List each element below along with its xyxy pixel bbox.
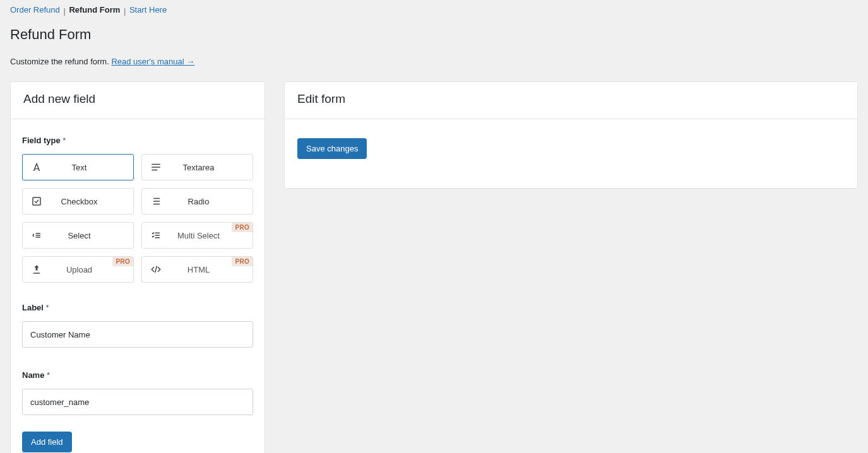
- pro-badge: PRO: [112, 257, 133, 266]
- field-type-upload[interactable]: Upload PRO: [22, 256, 134, 283]
- manual-link[interactable]: Read user's manual →: [111, 57, 194, 66]
- field-type-text[interactable]: Text: [22, 154, 134, 180]
- field-type-text-label: Text: [51, 163, 133, 172]
- breadcrumb-separator-1: |: [63, 6, 65, 15]
- breadcrumb-refund-form: Refund Form: [69, 5, 120, 15]
- breadcrumb: Order Refund | Refund Form | Start Here: [10, 5, 858, 15]
- subtitle: Customize the refund form. Read user's m…: [10, 57, 858, 66]
- field-type-textarea-label: Textarea: [170, 163, 253, 172]
- field-type-radio-label: Radio: [170, 197, 253, 206]
- add-field-heading: Add new field: [11, 82, 265, 119]
- name-input[interactable]: [22, 389, 253, 415]
- checkbox-icon: [23, 196, 51, 207]
- select-icon: [23, 230, 51, 241]
- edit-form-panel: Edit form Save changes: [284, 81, 858, 189]
- field-type-checkbox[interactable]: Checkbox: [22, 188, 134, 215]
- page-title: Refund Form: [10, 26, 858, 43]
- name-field-label: Name *: [22, 370, 253, 380]
- textarea-icon: [142, 162, 170, 173]
- label-input[interactable]: [22, 321, 253, 348]
- edit-form-heading: Edit form: [285, 82, 857, 119]
- field-type-label: Field type *: [22, 136, 253, 145]
- save-changes-button[interactable]: Save changes: [297, 138, 367, 159]
- text-icon: [23, 162, 51, 173]
- breadcrumb-start-here[interactable]: Start Here: [129, 5, 167, 15]
- subtitle-text: Customize the refund form.: [10, 57, 111, 66]
- field-type-grid: Text Textarea Checkbox: [22, 154, 253, 283]
- breadcrumb-order-refund[interactable]: Order Refund: [10, 5, 60, 15]
- field-type-radio[interactable]: Radio: [141, 188, 253, 215]
- radio-icon: [142, 196, 170, 207]
- multiselect-icon: [142, 230, 170, 241]
- svg-rect-0: [33, 197, 40, 205]
- field-type-select[interactable]: Select: [22, 222, 134, 249]
- pro-badge: PRO: [232, 223, 253, 232]
- field-type-html[interactable]: HTML PRO: [141, 256, 253, 283]
- pro-badge: PRO: [232, 257, 253, 266]
- upload-icon: [23, 264, 51, 275]
- field-type-textarea[interactable]: Textarea: [141, 154, 253, 180]
- field-type-multiselect[interactable]: Multi Select PRO: [141, 222, 253, 249]
- field-type-select-label: Select: [51, 231, 133, 240]
- add-field-button[interactable]: Add field: [22, 432, 72, 452]
- field-type-checkbox-label: Checkbox: [51, 197, 133, 206]
- add-field-panel: Add new field Field type * Text: [10, 81, 265, 453]
- label-field-label: Label *: [22, 303, 253, 312]
- html-icon: [142, 264, 170, 275]
- breadcrumb-separator-2: |: [124, 6, 126, 15]
